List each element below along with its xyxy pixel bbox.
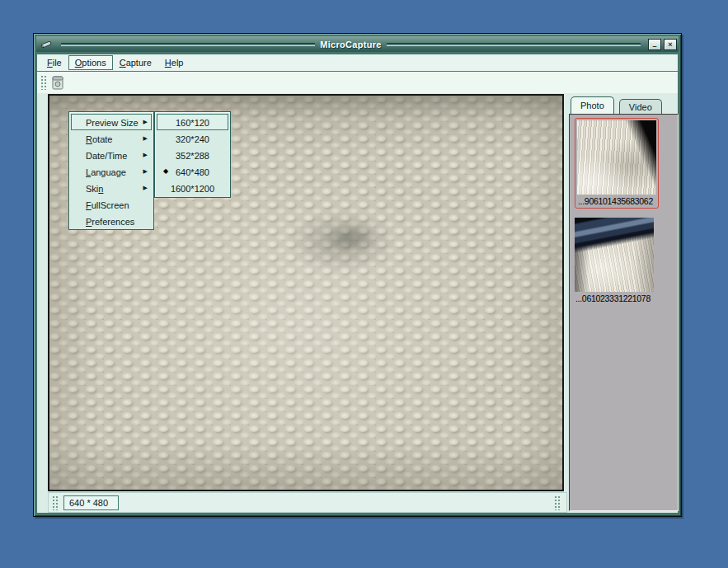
statusbar: 640 * 480	[48, 492, 567, 513]
desktop: MicroCapture – × File Options Capture He…	[0, 0, 728, 568]
submenu-item-320x240[interactable]: 320*240	[157, 130, 228, 147]
camera-capture-icon[interactable]	[50, 74, 65, 91]
menu-item-fullscreen[interactable]: FullScreen	[71, 196, 152, 213]
tab-video[interactable]: Video	[619, 99, 662, 114]
options-menu-popup: Preview Size ▶ Rotate ▶ Date/Time ▶ Lang…	[68, 111, 154, 230]
submenu-item-160x120[interactable]: 160*120	[157, 114, 228, 130]
menu-item-preview-size[interactable]: Preview Size ▶	[71, 114, 152, 130]
menu-options[interactable]: Options	[68, 55, 113, 70]
menu-item-language[interactable]: Language ▶	[71, 163, 152, 180]
statusbar-drag-handle[interactable]	[52, 495, 59, 510]
toolbar	[37, 72, 678, 93]
menu-help[interactable]: Help	[158, 55, 190, 70]
submenu-arrow-icon: ▶	[143, 181, 148, 195]
thumbnail-caption: ...906101435683062	[577, 195, 656, 208]
titlebar-ornament-left	[61, 43, 315, 46]
preview-size-submenu: 160*120 320*240 352*288 ◆ 640*480 1600*1…	[154, 111, 231, 198]
menubar: File Options Capture Help	[37, 54, 678, 72]
thumbnail-item[interactable]: ...061023331221078	[575, 218, 657, 305]
statusbar-resize-handle[interactable]	[554, 495, 561, 510]
toolbar-drag-handle[interactable]	[40, 75, 47, 90]
menu-capture[interactable]: Capture	[113, 55, 158, 70]
minimize-button[interactable]: –	[648, 39, 661, 50]
submenu-arrow-icon: ▶	[143, 164, 148, 179]
app-pen-icon	[40, 39, 53, 49]
thumbnail-item-selected[interactable]: ...906101435683062	[575, 118, 659, 209]
submenu-item-352x288[interactable]: 352*288	[157, 147, 228, 163]
minimize-icon: –	[652, 42, 656, 50]
submenu-arrow-icon: ▶	[143, 148, 148, 162]
resolution-indicator: 640 * 480	[63, 495, 119, 510]
thumbnail-image-bristles-1	[577, 120, 656, 195]
tab-photo[interactable]: Photo	[571, 96, 614, 114]
selected-diamond-icon: ◆	[163, 164, 168, 179]
close-icon: ×	[668, 40, 672, 49]
close-button[interactable]: ×	[664, 39, 677, 50]
submenu-item-640x480[interactable]: ◆ 640*480	[157, 163, 228, 180]
gallery-panel: Photo Video ...906101435683062 ...061023…	[569, 96, 679, 511]
microcapture-window: MicroCapture – × File Options Capture He…	[33, 33, 682, 517]
menu-item-rotate[interactable]: Rotate ▶	[71, 130, 152, 147]
menu-item-skin[interactable]: Skin ▶	[71, 180, 152, 196]
submenu-arrow-icon: ▶	[143, 131, 148, 146]
thumbnail-list: ...906101435683062 ...061023331221078	[569, 114, 679, 511]
menu-item-date-time[interactable]: Date/Time ▶	[71, 147, 152, 163]
thumbnail-image-bristles-2	[575, 218, 654, 292]
window-title: MicroCapture	[320, 40, 382, 49]
titlebar-ornament-right	[387, 43, 641, 46]
submenu-arrow-icon: ▶	[143, 115, 148, 129]
menu-file[interactable]: File	[40, 55, 68, 70]
gallery-tabs: Photo Video	[569, 96, 679, 114]
menu-item-preferences[interactable]: Preferences	[71, 213, 152, 229]
thumbnail-caption: ...061023331221078	[575, 292, 657, 305]
titlebar[interactable]: MicroCapture – ×	[36, 36, 679, 52]
window-content: 640 * 480 Photo Video ...906101435683062	[37, 72, 678, 513]
submenu-item-1600x1200[interactable]: 1600*1200	[157, 180, 228, 196]
